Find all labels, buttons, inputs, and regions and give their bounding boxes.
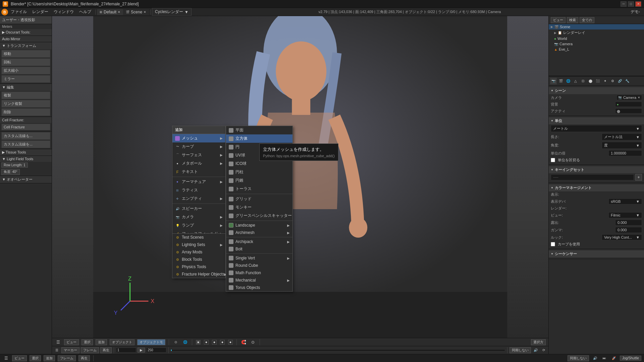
exposure-value[interactable]: 0.000: [615, 220, 642, 226]
evel-item[interactable]: ▲ Eve_L: [549, 47, 644, 52]
menu-item-lattice[interactable]: ⊞ ラティス: [172, 186, 225, 194]
camera-outline-item[interactable]: 📷 Camera: [549, 41, 644, 47]
demo-button[interactable]: デモ-: [628, 8, 643, 15]
sequencer-section-title[interactable]: ▼ シーケンサー: [549, 250, 644, 257]
status-add-btn[interactable]: 追加: [44, 355, 55, 361]
scale-button[interactable]: 拡大縮小: [1, 67, 50, 74]
layer-btn5[interactable]: ■: [228, 340, 233, 345]
mesh-landscape[interactable]: Landscape ▶: [226, 222, 292, 229]
select-mode-btn[interactable]: 選択方: [531, 339, 546, 345]
minimize-button[interactable]: ─: [621, 1, 627, 7]
start-frame[interactable]: 1: [116, 348, 136, 353]
mesh-grease-pencil[interactable]: グリースペンシルスキャッター: [226, 212, 292, 220]
move-button[interactable]: 移動: [1, 50, 50, 58]
main-viewport[interactable]: X Z Y 追加 メッシュ ▶ 〜 カーブ ▶: [52, 16, 548, 354]
select-button[interactable]: 選択: [82, 339, 93, 345]
menu-item-mesh[interactable]: メッシュ ▶: [172, 134, 225, 142]
world-item[interactable]: ● World: [549, 36, 644, 41]
loop-icon[interactable]: ⟳: [540, 347, 547, 354]
viewport-menu-icon[interactable]: ☰: [55, 339, 61, 346]
layer-btn2[interactable]: ■: [204, 340, 209, 345]
menu-file[interactable]: ファイル: [8, 8, 30, 15]
transform-header[interactable]: ▼ トランスフォーム: [0, 42, 52, 49]
close-button[interactable]: ✕: [635, 1, 641, 7]
timeline-frame-btn[interactable]: フレーム: [81, 347, 99, 353]
angle-button[interactable]: 角度: 40°: [1, 169, 20, 175]
view-transform-select[interactable]: Filmic ▼: [608, 212, 642, 218]
mesh-math-function[interactable]: Math Function: [226, 269, 292, 277]
layer-btn[interactable]: ■: [196, 340, 201, 345]
timeline-scrubber[interactable]: [171, 349, 505, 351]
menu-window[interactable]: ウィンドウ: [51, 8, 76, 15]
workspace-selector[interactable]: ⊞ Default ✕: [97, 9, 123, 15]
custom-normals-button1[interactable]: カスタム法線も...: [1, 132, 50, 140]
keying-field[interactable]: ──: [551, 174, 634, 180]
audio-icon[interactable]: 🔊: [532, 347, 539, 354]
mesh-archipack[interactable]: Archipack ▶: [226, 238, 292, 245]
camera-prop-value[interactable]: 📷 Camera ✕: [616, 95, 642, 100]
separate-units-check[interactable]: [551, 158, 555, 162]
length-select[interactable]: メートル法 ▼: [602, 133, 642, 140]
all-btn[interactable]: 全ての: [580, 17, 594, 23]
menu-item-surface[interactable]: ⌒ サーフェス ▶: [172, 151, 225, 159]
layer-btn3[interactable]: ■: [212, 340, 217, 345]
view-btn[interactable]: ビュー: [551, 17, 566, 23]
render-engine-selector[interactable]: Cyclesレンダー ▼: [152, 8, 192, 16]
add-button[interactable]: 追加: [96, 339, 107, 345]
keying-add-icon[interactable]: +: [635, 174, 642, 181]
prop-obj-icon[interactable]: △: [572, 78, 579, 84]
color-section-title[interactable]: ▼ カラーマネージメント: [549, 184, 644, 191]
status-menu-icon[interactable]: ☰: [3, 355, 9, 362]
mesh-bolt[interactable]: Bolt: [226, 245, 292, 253]
scene-section-title[interactable]: ▼ シーン: [549, 87, 644, 94]
lightfield-header[interactable]: ▼ Light Field Tools: [0, 156, 52, 162]
mesh-round-cube[interactable]: Round Cube: [226, 262, 292, 269]
mirror-button[interactable]: ミラー: [1, 75, 50, 83]
units-section-title[interactable]: ▼ 単位: [549, 117, 644, 124]
object-mode-button[interactable]: オブジェクトモ: [137, 339, 165, 345]
menu-item-empty[interactable]: ✛ エンプティ ▶: [172, 194, 225, 203]
mesh-torus[interactable]: トーラス: [226, 185, 292, 193]
viewport-3d[interactable]: X Z Y 追加 メッシュ ▶ 〜 カーブ ▶: [52, 16, 548, 338]
prop-tex-icon[interactable]: ⬛: [594, 78, 601, 84]
row-length-button[interactable]: Row Length: 1: [1, 163, 28, 168]
prop-particle-icon[interactable]: ✦: [602, 78, 608, 84]
edit-header[interactable]: ▼ 編集: [0, 84, 52, 91]
jog-shuttle-btn[interactable]: Jog/Shuttle: [620, 356, 641, 361]
mesh-plane[interactable]: 平面: [226, 126, 292, 134]
extra-array-mods[interactable]: ⚙ Array Mods: [172, 248, 225, 256]
extra-lighting-sets[interactable]: ⚙ Lighting Sets ▶: [172, 241, 225, 248]
menu-help[interactable]: ヘルプ: [76, 8, 94, 15]
look-select[interactable]: Very High Cont... ▼: [602, 234, 642, 240]
timeline-marker-btn[interactable]: マーカー: [61, 347, 79, 353]
status-select-btn[interactable]: 選択: [30, 355, 41, 361]
status-play-btn2[interactable]: 再生: [78, 355, 90, 361]
gamma-value[interactable]: 0.000: [615, 227, 642, 233]
scene-item[interactable]: ▶ 🎬 Scene: [549, 24, 644, 29]
view-global-icon[interactable]: 🌐: [182, 339, 189, 346]
mesh-archimesh[interactable]: Archimesh ▶: [226, 229, 292, 236]
menu-item-metaball[interactable]: ● メタボール ▶: [172, 159, 225, 168]
view-button[interactable]: ビュー: [64, 339, 79, 345]
status-shuttle-icon[interactable]: 🚀: [610, 355, 617, 362]
proportional-icon[interactable]: ⊙: [250, 339, 256, 346]
object-button[interactable]: オブジェクト: [110, 339, 135, 345]
display-device-select[interactable]: sRGB ▼: [608, 198, 642, 204]
mesh-torus-objects[interactable]: Torus Objects: [226, 284, 292, 291]
renderlay-item[interactable]: ▶ 📋 レンダーレイ: [549, 29, 644, 36]
unitscale-value[interactable]: 1.000000: [608, 150, 642, 156]
play-btn-icon[interactable]: ▶: [138, 348, 145, 353]
bg-value[interactable]: ●: [615, 102, 642, 107]
menu-item-armature[interactable]: ✦ アーマチュア ▶: [172, 178, 225, 186]
sync-status-btn[interactable]: 同期しない: [568, 355, 589, 361]
prop-constraint-icon[interactable]: 🔗: [616, 78, 623, 84]
snap-icon[interactable]: 🧲: [240, 339, 247, 346]
duplicate-button[interactable]: 複製: [1, 92, 50, 99]
status-audio-icon[interactable]: 🔊: [592, 355, 598, 362]
extra-test-scenes[interactable]: ⚙ Test Scenes: [172, 234, 225, 241]
layer-btn4[interactable]: ■: [220, 340, 225, 345]
status-end-icon[interactable]: ⏭: [601, 355, 608, 362]
menu-item-camera[interactable]: 📷 カメラ ▶: [172, 213, 225, 221]
mesh-cube[interactable]: 立方体: [226, 134, 292, 143]
keying-section-title[interactable]: ▼ キーイングセット: [549, 166, 644, 173]
